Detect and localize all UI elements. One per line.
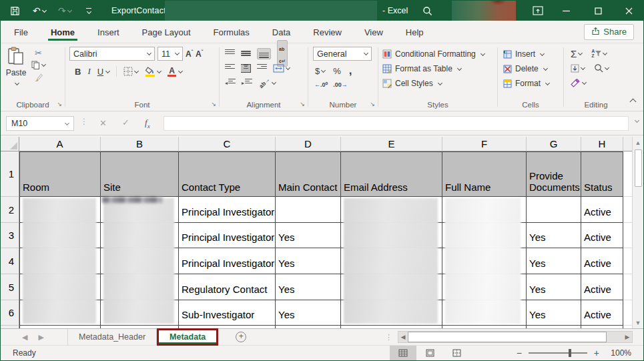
cell-G2[interactable]: [527, 197, 581, 223]
tab-help[interactable]: Help: [404, 22, 425, 42]
font-size-select[interactable]: 11: [157, 47, 183, 61]
share-button[interactable]: Share: [584, 24, 634, 40]
cell-header-provide-documents[interactable]: Provide Documents: [527, 151, 581, 197]
increase-indent-icon[interactable]: ▸: [242, 79, 252, 87]
cell-E2[interactable]: [341, 197, 442, 223]
column-header-partial[interactable]: [623, 137, 633, 151]
horizontal-scroll-thumb[interactable]: [408, 332, 607, 342]
enter-icon[interactable]: ✓: [122, 118, 129, 127]
cell-F4[interactable]: [442, 248, 527, 274]
cell-C6[interactable]: Sub-Investigator: [179, 300, 276, 326]
scroll-left-icon[interactable]: ◀: [398, 334, 408, 340]
autosum-icon[interactable]: Σ: [571, 48, 582, 59]
font-dialog-launcher[interactable]: ↘: [211, 101, 216, 107]
page-break-preview-icon[interactable]: [443, 346, 470, 360]
horizontal-scrollbar[interactable]: ◀ ▶: [398, 331, 633, 343]
cell-C2[interactable]: Principal Investigator: [179, 197, 276, 223]
cell-D6[interactable]: Yes: [276, 300, 341, 326]
fill-down-icon[interactable]: [571, 64, 585, 73]
cell-H5[interactable]: Active: [581, 274, 623, 300]
redo-button[interactable]: ↷: [58, 1, 71, 21]
cell-F3[interactable]: [442, 223, 527, 248]
cell-B6[interactable]: [101, 300, 179, 326]
cell-header-contact-type[interactable]: Contact Type: [179, 151, 276, 197]
cell-sliver[interactable]: [623, 274, 633, 300]
search-icon[interactable]: [422, 1, 432, 21]
name-box-resize-handle[interactable]: ⋮: [80, 117, 88, 126]
zoom-in-icon[interactable]: +: [594, 348, 599, 358]
cell-G6[interactable]: Yes: [527, 300, 581, 326]
cell-H4[interactable]: Active: [581, 248, 623, 274]
clipboard-dialog-launcher[interactable]: ↘: [57, 101, 62, 107]
cell-sliver[interactable]: [623, 197, 633, 223]
cell-C5[interactable]: Regulatory Contact: [179, 274, 276, 300]
formula-input[interactable]: [164, 116, 629, 131]
tab-data[interactable]: Data: [271, 22, 292, 42]
copy-icon[interactable]: [31, 61, 45, 69]
cell-G4[interactable]: Yes: [527, 248, 581, 274]
conditional-formatting-button[interactable]: Conditional Formatting: [382, 47, 497, 61]
cell-sliver[interactable]: [623, 300, 633, 326]
collapse-ribbon-icon[interactable]: [630, 99, 637, 105]
cell-E4[interactable]: [341, 248, 442, 274]
tab-formulas[interactable]: Formulas: [212, 22, 251, 42]
cell-A4[interactable]: [19, 248, 101, 274]
find-select-icon[interactable]: [594, 63, 609, 73]
new-sheet-button[interactable]: +: [236, 329, 246, 345]
close-button[interactable]: [619, 1, 639, 21]
row-header-1[interactable]: 1: [1, 151, 19, 197]
tab-insert[interactable]: Insert: [96, 22, 121, 42]
vertical-scrollbar[interactable]: ▲ ▼: [632, 137, 643, 328]
column-header-E[interactable]: E: [341, 137, 442, 151]
cell-header-full-name[interactable]: Full Name: [442, 151, 527, 197]
page-layout-view-icon[interactable]: [416, 346, 443, 360]
bold-icon[interactable]: B: [75, 67, 81, 77]
clear-icon[interactable]: [571, 79, 586, 87]
column-header-F[interactable]: F: [442, 137, 527, 151]
tab-review[interactable]: Review: [312, 22, 343, 42]
borders-icon[interactable]: [123, 67, 138, 76]
format-as-table-button[interactable]: Format as Table: [382, 61, 497, 76]
quick-access-toolbar-menu[interactable]: [86, 1, 91, 21]
save-icon[interactable]: [10, 1, 20, 21]
cell-D5[interactable]: Yes: [276, 274, 341, 300]
wrap-text-icon[interactable]: abc↵: [277, 40, 288, 67]
number-format-select[interactable]: General: [313, 47, 372, 61]
alignment-dialog-launcher[interactable]: ↘: [300, 101, 305, 107]
column-header-G[interactable]: G: [527, 137, 581, 151]
cell-F5[interactable]: [442, 274, 527, 300]
format-cells-button[interactable]: Format: [503, 76, 563, 91]
cell-E6[interactable]: [341, 300, 442, 326]
decrease-indent-icon[interactable]: ◂: [225, 79, 236, 87]
align-bottom-icon[interactable]: [257, 48, 271, 59]
column-header-A[interactable]: A: [19, 137, 101, 151]
column-header-B[interactable]: B: [101, 137, 179, 151]
paste-button[interactable]: Paste: [1, 47, 31, 87]
cell-F2[interactable]: [442, 197, 527, 223]
orientation-icon[interactable]: ab→: [258, 79, 276, 86]
tab-file[interactable]: File: [13, 22, 29, 42]
zoom-out-icon[interactable]: −: [517, 348, 522, 358]
ribbon-display-options-icon[interactable]: [528, 1, 548, 21]
cancel-icon[interactable]: ✕: [99, 119, 107, 127]
align-center-icon[interactable]: [241, 64, 251, 73]
zoom-slider-thumb[interactable]: [569, 349, 571, 357]
cell-A5[interactable]: [19, 274, 101, 300]
maximize-button[interactable]: [588, 1, 608, 21]
column-header-D[interactable]: D: [276, 137, 341, 151]
decrease-font-size-icon[interactable]: Aˇ: [196, 49, 203, 58]
scroll-down-icon[interactable]: ▼: [633, 317, 643, 328]
insert-function-icon[interactable]: fx: [145, 117, 150, 129]
row-header-2[interactable]: 2: [1, 197, 19, 223]
cell-header-main-contact[interactable]: Main Contact: [276, 151, 341, 197]
row-header-5[interactable]: 5: [1, 274, 19, 300]
cell-H6[interactable]: Active: [581, 300, 623, 326]
font-color-icon[interactable]: A: [168, 67, 176, 77]
decrease-decimal-icon[interactable]: .00→: [333, 81, 348, 88]
scroll-up-icon[interactable]: ▲: [633, 137, 643, 148]
scroll-right-icon[interactable]: ▶: [623, 334, 632, 340]
align-top-icon[interactable]: [225, 49, 235, 58]
sheet-tab-metadata-header[interactable]: Metadata_Header: [67, 329, 157, 345]
align-middle-icon[interactable]: [241, 49, 251, 58]
normal-view-icon[interactable]: [390, 346, 416, 360]
